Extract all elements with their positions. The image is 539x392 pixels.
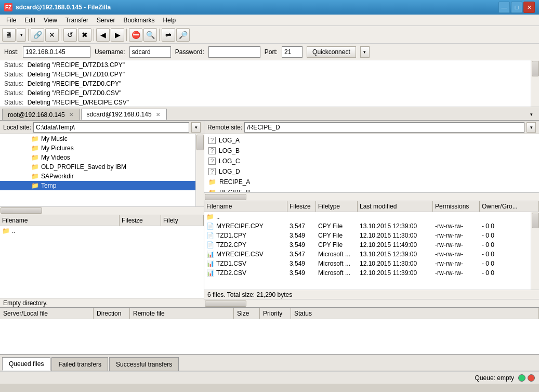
remote-tree-logb[interactable]: ? LOG_B bbox=[204, 146, 539, 156]
remote-cell-mod-up bbox=[358, 212, 433, 221]
remote-cell-perms-4: -rw-rw-rw- bbox=[433, 250, 480, 259]
maximize-button[interactable]: □ bbox=[511, 2, 522, 13]
local-tree-scrollbar[interactable] bbox=[195, 134, 204, 206]
local-tree-sapworkdir[interactable]: 📁 SAPworkdir bbox=[0, 172, 204, 181]
tab-sdcard[interactable]: sdcard@192.168.0.145 ✕ bbox=[81, 109, 167, 120]
tabs-dropdown[interactable]: ▾ bbox=[525, 109, 537, 120]
queue-col-status-label: Status bbox=[294, 310, 312, 317]
remote-col-filename[interactable]: Filename bbox=[204, 201, 287, 212]
menu-server[interactable]: Server bbox=[93, 16, 119, 25]
refresh-button[interactable]: ↺ bbox=[63, 28, 77, 42]
back-button[interactable]: ◀ bbox=[96, 28, 110, 42]
queue-col-status[interactable]: Status bbox=[291, 308, 539, 319]
remote-tree-logc[interactable]: ? LOG_C bbox=[204, 156, 539, 166]
remote-file-row-3[interactable]: 📄 TZD2.CPY 3,549 CPY File 12.10.2015 11:… bbox=[204, 240, 539, 250]
menu-bookmarks[interactable]: Bookmarks bbox=[119, 16, 159, 25]
remote-site-dropdown[interactable]: ▾ bbox=[527, 122, 536, 133]
local-site-dropdown[interactable]: ▾ bbox=[191, 122, 201, 133]
local-h-scroll[interactable] bbox=[0, 206, 204, 215]
queue-col-direction[interactable]: Direction bbox=[94, 308, 130, 319]
username-input[interactable] bbox=[129, 46, 171, 58]
minimize-button[interactable]: — bbox=[498, 2, 510, 13]
remote-tree-recipeb[interactable]: 📁 RECIPE_B bbox=[204, 187, 539, 192]
menu-file[interactable]: File bbox=[2, 16, 20, 25]
local-tree-mymusic[interactable]: 📁 My Music bbox=[0, 134, 204, 143]
host-input[interactable] bbox=[23, 46, 90, 58]
menu-transfer[interactable]: Transfer bbox=[61, 16, 93, 25]
remote-tree-recipea[interactable]: 📁 RECIPE_A bbox=[204, 177, 539, 187]
remote-file-row-5[interactable]: 📊 TZD1.CSV 3,549 Microsoft ... 12.10.201… bbox=[204, 259, 539, 268]
filter-button[interactable]: 🔍 bbox=[143, 28, 157, 42]
remote-file-h-scroll[interactable] bbox=[204, 299, 539, 307]
port-input[interactable] bbox=[282, 46, 303, 58]
status-text-2: Deleting "/RECIPE_D/TZD10.CPY" bbox=[28, 71, 125, 78]
queue-col-direction-label: Direction bbox=[97, 310, 121, 317]
local-tree-myvideos[interactable]: 📁 My Videos bbox=[0, 153, 204, 162]
local-col-filesize[interactable]: Filesize bbox=[120, 215, 161, 226]
remote-file-scrollbar[interactable] bbox=[531, 212, 539, 290]
disconnect-button[interactable]: ✕ bbox=[45, 28, 59, 42]
remote-col-filetype[interactable]: Filetype bbox=[316, 201, 358, 212]
remote-file-row-2[interactable]: 📄 TZD1.CPY 3,549 CPY File 12.10.2015 11:… bbox=[204, 231, 539, 240]
remote-cell-name-2: 📄 TZD1.CPY bbox=[204, 231, 287, 240]
password-input[interactable] bbox=[208, 46, 260, 58]
reconnect-button[interactable]: 🔗 bbox=[31, 28, 44, 42]
remote-file-row-up[interactable]: 📁 .. bbox=[204, 212, 539, 221]
file-panels: Local site: ▾ 📁 My Music 📁 My Pictures 📁… bbox=[0, 121, 539, 308]
local-file-row-up[interactable]: 📁 .. bbox=[0, 226, 204, 236]
remote-col-owner[interactable]: Owner/Gro... bbox=[480, 201, 539, 212]
remote-file-row-4[interactable]: 📊 MYRECIPE.CSV 3,547 Microsoft ... 13.10… bbox=[204, 250, 539, 259]
sync-browse-button[interactable]: ⇌ bbox=[162, 28, 175, 42]
forward-button[interactable]: ▶ bbox=[111, 28, 124, 42]
quickconnect-dropdown[interactable]: ▾ bbox=[360, 46, 370, 58]
site-manager-dropdown[interactable]: ▾ bbox=[17, 28, 26, 42]
local-col-filetype[interactable]: Filety bbox=[161, 215, 204, 226]
local-file-header: Filename Filesize Filety bbox=[0, 215, 204, 226]
tab-failed-transfers[interactable]: Failed transfers bbox=[51, 357, 108, 371]
remote-col-modified[interactable]: Last modified bbox=[358, 201, 433, 212]
menu-edit[interactable]: Edit bbox=[20, 16, 40, 25]
remote-col-perms[interactable]: Permissions bbox=[433, 201, 480, 212]
queue-col-remotefile[interactable]: Remote file bbox=[130, 308, 234, 319]
queue-col-priority[interactable]: Priority bbox=[260, 308, 291, 319]
close-button[interactable]: ✕ bbox=[523, 2, 535, 13]
remote-tree-loga[interactable]: ? LOG_A bbox=[204, 135, 539, 146]
remote-cell-size-2: 3,549 bbox=[287, 231, 316, 240]
remote-col-filesize[interactable]: Filesize bbox=[287, 201, 316, 212]
tab-sdcard-close[interactable]: ✕ bbox=[155, 111, 161, 117]
remote-cell-mod-2: 12.10.2015 11:30:00 bbox=[358, 231, 433, 240]
status-panel: Status: Deleting "/RECIPE_D/TZD13.CPY" S… bbox=[0, 60, 539, 107]
remote-site-input[interactable] bbox=[244, 122, 524, 133]
tab-queued-files[interactable]: Queued files bbox=[2, 357, 50, 371]
quickconnect-button[interactable]: Quickconnect bbox=[307, 46, 356, 58]
local-col-filename[interactable]: Filename bbox=[0, 215, 120, 226]
tab-root[interactable]: root@192.168.0.145 ✕ bbox=[2, 109, 80, 120]
tab-root-close[interactable]: ✕ bbox=[68, 112, 74, 118]
file-icon: 📄 bbox=[206, 232, 214, 239]
local-tree-temp[interactable]: 📁 Temp bbox=[0, 181, 204, 190]
remote-h-scroll[interactable] bbox=[204, 192, 539, 201]
abort-button[interactable]: ✖ bbox=[78, 28, 91, 42]
local-tree-oldprofile[interactable]: 📁 OLD_PROFILE_Saved by IBM bbox=[0, 162, 204, 172]
remote-cell-owner-2: - 0 0 bbox=[480, 231, 539, 240]
menu-help[interactable]: Help bbox=[159, 16, 180, 25]
menu-view[interactable]: View bbox=[40, 16, 61, 25]
remote-tree-logd[interactable]: ? LOG_D bbox=[204, 166, 539, 177]
tab-successful-transfers[interactable]: Successful transfers bbox=[109, 357, 179, 371]
queue-section: Server/Local file Direction Remote file … bbox=[0, 308, 539, 355]
remote-file-row-1[interactable]: 📄 MYRECIPE.CPY 3,547 CPY File 13.10.2015… bbox=[204, 221, 539, 231]
remote-cell-perms-5: -rw-rw-rw- bbox=[433, 259, 480, 268]
queue-col-serverfile[interactable]: Server/Local file bbox=[0, 308, 94, 319]
remote-file-row-6[interactable]: 📊 TZD2.CSV 3,549 Microsoft ... 12.10.201… bbox=[204, 268, 539, 278]
local-site-input[interactable] bbox=[33, 122, 189, 133]
remote-cell-type-up bbox=[316, 212, 358, 221]
queue-col-size[interactable]: Size bbox=[234, 308, 260, 319]
status-scrollbar[interactable] bbox=[531, 60, 539, 107]
window-title: sdcard@192.168.0.145 - FileZilla bbox=[16, 4, 111, 11]
local-tree-mypictures[interactable]: 📁 My Pictures bbox=[0, 143, 204, 153]
site-manager-button[interactable]: 🖥 bbox=[2, 28, 16, 42]
cancel-all-button[interactable]: ⛔ bbox=[129, 28, 142, 42]
remote-col-filetype-label: Filetype bbox=[318, 203, 340, 210]
search-button[interactable]: 🔎 bbox=[176, 28, 190, 42]
remote-cell-name-up: 📁 .. bbox=[204, 212, 287, 221]
